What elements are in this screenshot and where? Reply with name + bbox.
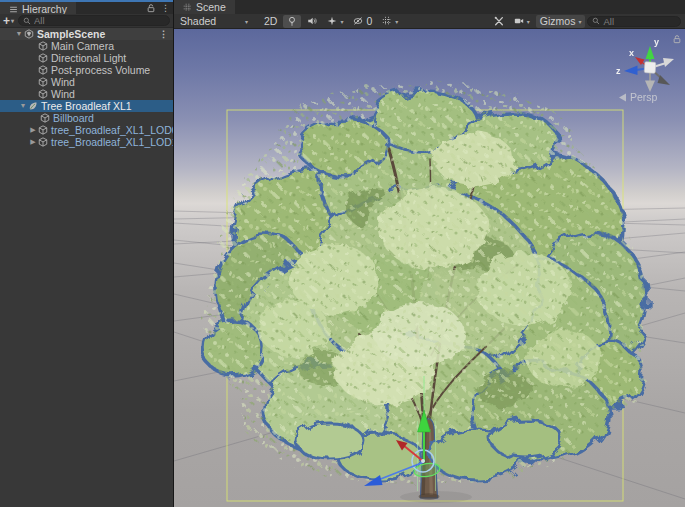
hierarchy-panel: Hierarchy ⋮ + ▾ ▼ SampleScene ⋮ xyxy=(0,0,173,507)
audio-toggle-button[interactable] xyxy=(303,15,321,28)
foldout-open-icon[interactable]: ▼ xyxy=(14,28,24,40)
scene-search-input[interactable] xyxy=(603,16,676,26)
speaker-icon xyxy=(307,16,317,26)
camera-icon xyxy=(514,16,524,26)
hierarchy-item-post-process-volume[interactable]: Post-process Volume xyxy=(0,64,173,76)
projection-toggle[interactable]: Persp xyxy=(619,91,658,103)
hierarchy-search[interactable] xyxy=(18,15,170,26)
panel-menu-icon[interactable]: ⋮ xyxy=(161,3,170,13)
chevron-down-icon[interactable]: ▾ xyxy=(340,18,343,25)
camera-settings-button[interactable]: ▾ xyxy=(510,15,534,28)
custom-tools-button[interactable] xyxy=(490,15,508,28)
hierarchy-tree: ▼ SampleScene ⋮ Main Camera Directional … xyxy=(0,28,173,148)
hierarchy-item-tree-lod1[interactable]: ▶ tree_Broadleaf_XL1_LOD1 xyxy=(0,136,173,148)
toggle-2d-button[interactable]: 2D xyxy=(260,15,281,28)
create-object-label: + xyxy=(3,16,10,26)
gizmo-axis-y[interactable] xyxy=(646,46,655,59)
hidden-objects-count: 0 xyxy=(366,15,372,27)
scene-options-icon[interactable]: ⋮ xyxy=(159,28,168,40)
projection-label: Persp xyxy=(630,91,658,103)
scene-search[interactable] xyxy=(587,16,681,27)
search-icon xyxy=(23,17,31,25)
grid-icon xyxy=(382,16,392,26)
scene-toolbar: Shaded ▾ 2D ▾ 0 ▾ xyxy=(174,14,685,29)
hierarchy-item-billboard[interactable]: Billboard xyxy=(0,112,173,124)
effects-toggle-button[interactable]: ▾ xyxy=(323,15,347,28)
cube-icon xyxy=(38,125,48,135)
gizmo-lock-icon[interactable] xyxy=(674,36,680,43)
gizmo-axis-z[interactable] xyxy=(624,66,638,76)
shading-mode-dropdown[interactable]: Shaded ▾ xyxy=(176,15,252,28)
chevron-down-icon: ▾ xyxy=(578,18,581,25)
foldout-closed-icon[interactable]: ▶ xyxy=(28,136,38,148)
scene-tab-label: Scene xyxy=(196,1,226,13)
gizmo-center-cube[interactable] xyxy=(644,62,656,74)
grid-visibility-button[interactable]: ▾ xyxy=(378,15,402,28)
effects-star-icon xyxy=(327,16,337,26)
scene-viewport[interactable]: y x z Persp xyxy=(174,29,685,507)
gizmo-origin xyxy=(421,459,425,463)
hierarchy-search-input[interactable] xyxy=(34,16,165,26)
gizmo-axis-gray-right[interactable] xyxy=(663,58,674,67)
tab-scene[interactable]: Scene xyxy=(174,0,235,14)
cube-icon xyxy=(38,65,48,75)
chevron-down-icon[interactable]: ▾ xyxy=(395,18,398,25)
leaf-icon xyxy=(28,101,38,111)
scene-icon xyxy=(24,29,34,39)
axis-z-label: z xyxy=(616,66,621,76)
hierarchy-item-tree-broadleaf-xl1[interactable]: ▼ Tree Broadleaf XL1 xyxy=(0,100,173,112)
chevron-down-icon: ▾ xyxy=(11,16,14,26)
bulb-icon xyxy=(287,16,297,26)
cube-icon xyxy=(38,41,48,51)
scene-grid-icon xyxy=(183,3,192,12)
hidden-objects-button[interactable]: 0 xyxy=(349,15,376,28)
cube-icon xyxy=(38,137,48,147)
scene-panel: Scene Shaded ▾ 2D ▾ 0 xyxy=(173,0,685,507)
hierarchy-toolbar: + ▾ xyxy=(0,14,173,28)
chevron-down-icon[interactable]: ▾ xyxy=(527,18,530,25)
hierarchy-item-wind-1[interactable]: Wind xyxy=(0,76,173,88)
cube-icon xyxy=(38,89,48,99)
hierarchy-item-tree-lod0[interactable]: ▶ tree_Broadleaf_XL1_LOD0 xyxy=(0,124,173,136)
axis-y-label: y xyxy=(654,37,659,47)
hierarchy-item-main-camera[interactable]: Main Camera xyxy=(0,40,173,52)
lock-icon[interactable] xyxy=(146,3,156,13)
hierarchy-tabbar: Hierarchy ⋮ xyxy=(0,0,173,14)
scene-world: y x z Persp xyxy=(174,29,685,507)
hierarchy-item-wind-2[interactable]: Wind xyxy=(0,88,173,100)
panel-focus-indicator xyxy=(0,0,173,2)
lighting-toggle-button[interactable] xyxy=(283,15,301,28)
scene-tabbar: Scene xyxy=(174,0,685,14)
foldout-closed-icon[interactable]: ▶ xyxy=(28,124,38,136)
unity-editor-window: Hierarchy ⋮ + ▾ ▼ SampleScene ⋮ xyxy=(0,0,685,507)
gizmos-dropdown[interactable]: Gizmos ▾ xyxy=(536,15,586,28)
create-object-button[interactable]: + ▾ xyxy=(3,16,14,26)
cube-icon xyxy=(38,77,48,87)
hierarchy-item-samplescene[interactable]: ▼ SampleScene ⋮ xyxy=(0,28,173,40)
foldout-open-icon[interactable]: ▼ xyxy=(18,100,28,112)
orientation-gizmo[interactable]: y x z xyxy=(616,37,674,92)
search-icon xyxy=(592,17,600,25)
cube-icon xyxy=(38,53,48,63)
chevron-left-icon xyxy=(619,94,626,102)
hierarchy-item-directional-light[interactable]: Directional Light xyxy=(0,52,173,64)
eye-slash-icon xyxy=(353,16,363,26)
axis-x-label: x xyxy=(629,48,634,58)
tree-broadleaf-xl1-object[interactable] xyxy=(204,79,647,500)
cube-icon xyxy=(40,113,50,123)
chevron-down-icon: ▾ xyxy=(245,18,248,25)
hierarchy-menu-icon xyxy=(9,5,18,14)
tools-icon xyxy=(494,16,504,26)
